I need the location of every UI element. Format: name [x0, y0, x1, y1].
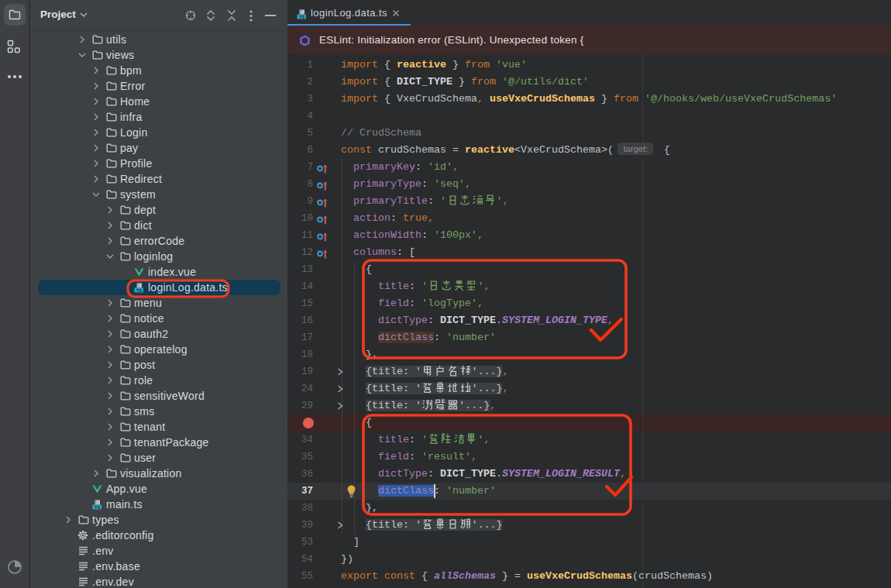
- svg-text:TS: TS: [95, 505, 100, 510]
